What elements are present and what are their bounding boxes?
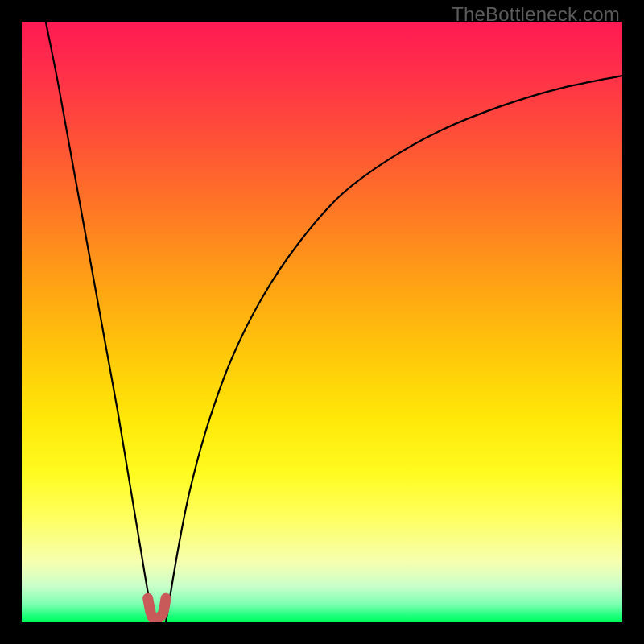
curve-left-branch — [46, 22, 154, 622]
curves-svg — [22, 22, 622, 622]
chart-frame: TheBottleneck.com — [0, 0, 644, 644]
plot-area — [22, 22, 622, 622]
optimal-marker — [148, 598, 166, 620]
watermark-text: TheBottleneck.com — [452, 3, 620, 26]
curve-right-branch — [166, 76, 622, 622]
